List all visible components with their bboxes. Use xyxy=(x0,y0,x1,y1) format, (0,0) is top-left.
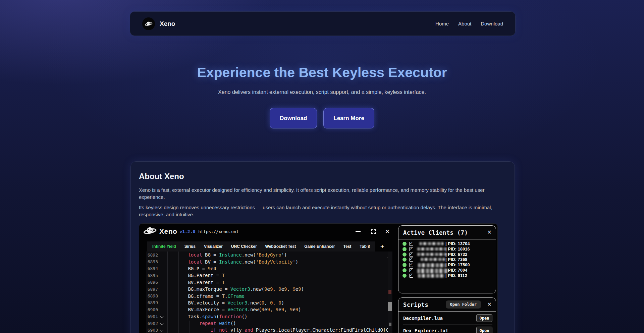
code-token: , xyxy=(264,300,270,306)
client-checkbox[interactable]: ✓ xyxy=(409,253,413,257)
client-pid: | PID: 17500 xyxy=(445,263,470,267)
close-icon[interactable]: ✕ xyxy=(487,229,492,235)
scripts-title: Scripts xyxy=(403,301,428,308)
client-checkbox[interactable]: ✓ xyxy=(409,247,413,251)
client-checkbox[interactable]: ✓ xyxy=(409,274,413,278)
code-token: e xyxy=(278,307,281,312)
about-paragraph-1: Xeno is a fast, external executor design… xyxy=(139,186,505,201)
tab-game-enhancer[interactable]: Game Enhancer xyxy=(304,244,335,249)
code-token: .new( xyxy=(247,307,261,312)
code-line: 6899 BV.velocity = Vector3.new(0, 0, 0) xyxy=(146,299,392,306)
open-folder-button[interactable]: Open Folder xyxy=(446,300,481,309)
code-token: task. xyxy=(165,314,202,319)
code-text: BG.maxTorque = Vector3.new(9e9, 9e9, 9e9… xyxy=(165,286,304,292)
code-text: local BG = Instance.new('BodyGyro') xyxy=(165,252,287,258)
check-icon: ✓ xyxy=(410,247,413,251)
tab-unc-checker[interactable]: UNC Checker xyxy=(231,244,257,249)
censored-username xyxy=(421,258,445,261)
code-token: Vector3 xyxy=(227,307,247,312)
tab-infinite-yield[interactable]: Infinite Yield xyxy=(152,244,176,249)
tab-visualizer[interactable]: Visualizer xyxy=(204,244,223,249)
scrollbar-thumb[interactable] xyxy=(388,302,392,311)
line-number: 6897 xyxy=(146,287,158,292)
panel-separator xyxy=(398,311,496,312)
fold-chevron-icon[interactable] xyxy=(158,329,165,331)
code-token: e xyxy=(267,286,270,292)
client-checkbox[interactable]: ✓ xyxy=(409,268,413,272)
code-editor[interactable]: 6892 local BG = Instance.new('BodyGyro')… xyxy=(146,252,392,333)
code-token: 9 xyxy=(267,307,270,312)
client-rows: ✓| PID: 13704✓| PID: 18016✓| PID: 6732✓|… xyxy=(400,241,494,278)
code-token: BG.P = xyxy=(165,266,208,271)
client-checkbox[interactable]: ✓ xyxy=(409,242,413,246)
tab-websocket-test[interactable]: WebSocket Test xyxy=(265,244,296,249)
download-button[interactable]: Download xyxy=(270,108,317,128)
chevron-down-icon xyxy=(160,315,163,318)
code-line: 6893 local BV = Instance.new('BodyVeloci… xyxy=(146,258,392,265)
fold-chevron-icon[interactable] xyxy=(158,315,165,318)
editor-scrollbar[interactable] xyxy=(388,252,392,333)
tab-tab-8[interactable]: Tab 8 xyxy=(360,244,370,249)
client-checkbox[interactable]: ✓ xyxy=(409,258,413,262)
code-token: not xyxy=(219,327,227,333)
status-dot xyxy=(402,253,407,257)
navbar: Xeno HomeAboutDownload xyxy=(130,11,516,36)
open-button[interactable]: Open xyxy=(476,314,492,322)
code-token: ( xyxy=(216,314,219,319)
code-token: 9 xyxy=(298,286,301,292)
tab-sirius[interactable]: Sirius xyxy=(184,244,196,249)
code-token: ) xyxy=(301,286,304,292)
code-token: Vector3 xyxy=(227,300,247,306)
script-name: Dex Explorer.txt xyxy=(403,328,448,333)
chevron-down-icon xyxy=(160,322,163,325)
learn-more-button[interactable]: Learn More xyxy=(323,108,374,128)
code-token: repeat xyxy=(199,321,216,326)
censored-username xyxy=(419,242,443,245)
close-icon: ✕ xyxy=(385,229,390,234)
code-token: BV.velocity = xyxy=(165,300,227,306)
active-clients-title: Active Clients (7) xyxy=(403,229,468,236)
line-number: 6898 xyxy=(146,293,158,298)
code-text: BV.Parent = T xyxy=(165,280,225,285)
code-token: Instance xyxy=(219,252,241,258)
code-token: e xyxy=(281,286,284,292)
code-token: BodyVelocity xyxy=(259,259,292,265)
code-token: BodyGyro xyxy=(259,252,281,258)
expand-button[interactable] xyxy=(369,228,377,235)
code-token: ) xyxy=(281,300,284,306)
code-line: 6901 task.spawn(function() xyxy=(146,313,392,320)
tab-bar: Infinite YieldSiriusVisualizerUNC Checke… xyxy=(147,241,375,252)
code-token: local xyxy=(188,259,202,265)
code-token: Instance xyxy=(219,259,241,265)
code-token: () xyxy=(242,314,248,319)
client-pid: | PID: 13704 xyxy=(445,241,470,246)
code-token: , xyxy=(284,307,290,312)
close-button[interactable]: ✕ xyxy=(383,228,391,235)
about-paragraph-2: Its keyless design removes unnecessary r… xyxy=(139,204,505,218)
code-line: 6895 BG.Parent = T xyxy=(146,272,392,279)
code-token xyxy=(165,252,188,258)
client-checkbox[interactable]: ✓ xyxy=(409,263,413,267)
tab-test[interactable]: Test xyxy=(343,244,352,249)
open-button[interactable]: Open xyxy=(476,327,492,333)
hero-title: Experience the Best Keyless Executor xyxy=(0,65,644,80)
code-token: BV.maxForce = xyxy=(165,307,227,312)
code-token: function xyxy=(219,314,241,319)
fold-chevron-icon[interactable] xyxy=(158,322,165,325)
code-token: BG.cframe = T. xyxy=(165,293,227,299)
line-number: 6901 xyxy=(146,314,158,319)
censored-username xyxy=(417,253,447,256)
code-token: Players.LocalPlayer.Character:FindFirstC… xyxy=(253,327,391,333)
app-url: https://xeno.onl xyxy=(198,229,238,234)
nav-link-home[interactable]: Home xyxy=(435,21,449,26)
client-row: ✓| PID: 9112 xyxy=(400,273,494,278)
minimize-button[interactable] xyxy=(354,228,362,235)
code-token: 9 xyxy=(208,266,210,271)
nav-link-download[interactable]: Download xyxy=(481,21,503,26)
status-dot xyxy=(402,263,407,267)
code-token: , xyxy=(270,307,276,312)
scrollbar-mark xyxy=(389,323,391,326)
new-tab-button[interactable]: + xyxy=(378,241,387,252)
nav-link-about[interactable]: About xyxy=(458,21,471,26)
close-icon[interactable]: ✕ xyxy=(487,301,492,308)
